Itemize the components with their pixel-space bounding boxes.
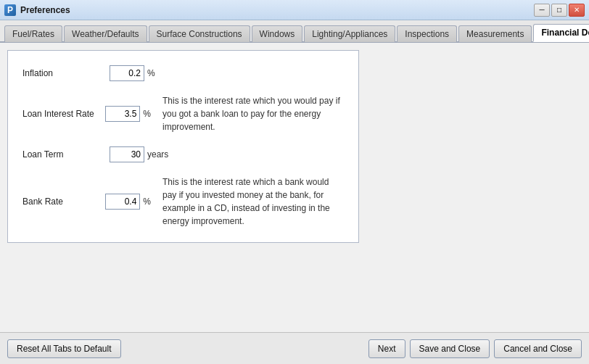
window-title: Preferences — [20, 5, 70, 15]
main-content: Inflation % Loan Interest Rate % This is… — [0, 43, 589, 327]
tab-windows[interactable]: Windows — [252, 25, 303, 42]
reset-button[interactable]: Reset All Tabs to Default — [7, 339, 121, 358]
bank-rate-label: Bank Rate — [22, 197, 105, 207]
tab-lighting-appliances[interactable]: Lighting/Appliances — [304, 25, 395, 42]
next-button[interactable]: Next — [368, 339, 405, 358]
loan-term-label: Loan Term — [22, 149, 110, 160]
tab-bar: Fuel/Rates Weather/Defaults Surface Cons… — [0, 20, 589, 43]
bottom-bar: Reset All Tabs to Default Next Save and … — [0, 332, 589, 364]
bank-rate-row: Bank Rate % This is the interest rate wh… — [22, 175, 344, 228]
window-controls: ─ □ ✕ — [534, 4, 585, 17]
tab-weather-defaults[interactable]: Weather/Defaults — [64, 25, 147, 42]
loan-interest-rate-desc: This is the interest rate which you woul… — [162, 94, 344, 133]
tab-measurements[interactable]: Measurements — [458, 25, 532, 42]
inflation-row: Inflation % — [22, 65, 344, 81]
maximize-button[interactable]: □ — [551, 4, 567, 17]
loan-interest-rate-input[interactable] — [105, 106, 140, 122]
bank-rate-desc: This is the interest rate which a bank w… — [162, 175, 344, 228]
title-bar: P Preferences ─ □ ✕ — [0, 0, 589, 20]
inflation-input[interactable] — [110, 65, 144, 81]
tab-financial-defaults[interactable]: Financial Defaults — [533, 24, 589, 42]
form-panel: Inflation % Loan Interest Rate % This is… — [7, 50, 359, 243]
bank-rate-input[interactable] — [105, 194, 140, 210]
minimize-button[interactable]: ─ — [534, 4, 550, 17]
loan-term-row: Loan Term years — [22, 146, 344, 162]
loan-term-unit: years — [147, 149, 168, 160]
loan-interest-rate-label: Loan Interest Rate — [22, 109, 105, 119]
inflation-label: Inflation — [22, 68, 110, 78]
cancel-close-button[interactable]: Cancel and Close — [494, 339, 582, 358]
save-close-button[interactable]: Save and Close — [410, 339, 490, 358]
tab-surface-constructions[interactable]: Surface Constructions — [149, 25, 250, 42]
tab-inspections[interactable]: Inspections — [397, 25, 457, 42]
bank-rate-unit: % — [143, 197, 151, 207]
app-icon: P — [4, 4, 16, 16]
loan-term-input[interactable] — [110, 146, 144, 162]
loan-interest-rate-unit: % — [143, 109, 151, 119]
inflation-unit: % — [147, 68, 155, 78]
close-button[interactable]: ✕ — [569, 4, 585, 17]
tab-fuel-rates[interactable]: Fuel/Rates — [4, 25, 62, 42]
loan-interest-rate-row: Loan Interest Rate % This is the interes… — [22, 94, 344, 133]
